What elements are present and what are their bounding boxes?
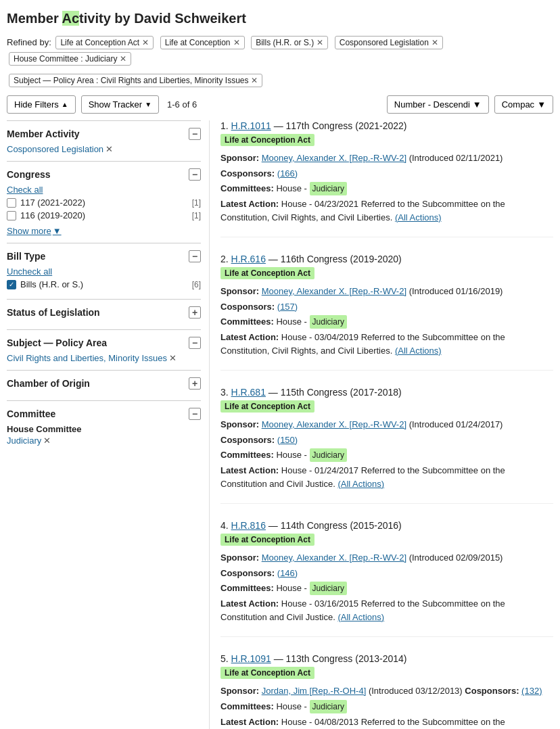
bill-1-link[interactable]: H.R.1011 <box>231 120 271 131</box>
congress-117-checkbox[interactable] <box>7 198 16 208</box>
bill-2-link[interactable]: H.R.616 <box>231 254 266 264</box>
bill-5-sponsor-link[interactable]: Jordan, Jim [Rep.-R-OH-4] <box>262 686 367 696</box>
bill-5-title: 5. H.R.1091 — 113th Congress (2013-2014) <box>220 653 553 664</box>
bill-2-all-actions[interactable]: (All Actions) <box>395 346 442 356</box>
sort-arrow-icon: ▼ <box>473 99 482 110</box>
refined-by-label: Refined by: <box>7 37 51 47</box>
filter-tag-6[interactable]: Subject — Policy Area : Civil Rights and… <box>9 74 262 87</box>
member-activity-items: Cosponsored Legislation ✕ <box>7 144 201 154</box>
bill-1-all-actions[interactable]: (All Actions) <box>395 212 442 222</box>
bill-3-all-actions[interactable]: (All Actions) <box>337 479 384 489</box>
bill-item-3: 3. H.R.681 — 115th Congress (2017-2018) … <box>220 387 553 504</box>
bill-1-badge: Life at Conception Act <box>220 134 314 146</box>
filter-tag-4[interactable]: Cosponsored Legislation ✕ <box>335 36 443 49</box>
remove-tag-1[interactable]: ✕ <box>142 38 149 47</box>
sidebar-chamber-header: Chamber of Origin + <box>7 377 201 390</box>
bill-1-cosponsors: Cosponsors: (166) <box>220 167 553 181</box>
subject-tag: Civil Rights and Liberties, Minority Iss… <box>7 353 177 363</box>
filter-tag-2[interactable]: Life at Conception ✕ <box>160 36 245 49</box>
member-activity-tag: Cosponsored Legislation ✕ <box>7 144 113 154</box>
sidebar-subject-header: Subject — Policy Area − <box>7 337 201 349</box>
bill-3-cosponsors-link[interactable]: (150) <box>277 435 298 445</box>
show-tracker-arrow: ▼ <box>145 101 151 108</box>
hide-filters-button[interactable]: Hide Filters ▲ <box>7 95 76 114</box>
sidebar: Member Activity − Cosponsored Legislatio… <box>7 120 210 729</box>
bill-3-sponsor-link[interactable]: Mooney, Alexander X. [Rep.-R-WV-2] <box>262 419 406 429</box>
bill-2-cosponsors-link[interactable]: (157) <box>277 302 298 312</box>
bill-1-cosponsors-link[interactable]: (166) <box>277 168 298 179</box>
bill-3-badge: Life at Conception Act <box>220 400 314 413</box>
sidebar-section-status: Status of Legislation + <box>7 299 201 329</box>
bill-2-committees: Committees: House - Judiciary <box>220 315 553 329</box>
bill-1-committees: Committees: House - Judiciary <box>220 182 553 195</box>
bill-3-committee-badge: Judiciary <box>310 448 347 462</box>
congress-show-more[interactable]: Show more ▼ <box>7 226 62 236</box>
bill-3-latest: Latest Action: House - 01/24/2017 Referr… <box>220 464 553 490</box>
filter-tag-1[interactable]: Life at Conception Act ✕ <box>55 36 154 49</box>
committee-item: Judiciary ✕ <box>7 436 201 446</box>
bill-4-link[interactable]: H.R.816 <box>231 520 266 531</box>
filter-tag-5[interactable]: House Committee : Judiciary ✕ <box>9 52 131 66</box>
subject-collapse-icon[interactable]: − <box>189 337 201 349</box>
bill-4-all-actions[interactable]: (All Actions) <box>337 612 384 622</box>
bill-3-title: 3. H.R.681 — 115th Congress (2017-2018) <box>220 387 553 398</box>
remove-tag-6[interactable]: ✕ <box>251 76 258 85</box>
bill-type-uncheck-all[interactable]: Uncheck all <box>7 266 52 277</box>
main-content: 1. H.R.1011 — 117th Congress (2021-2022)… <box>210 120 553 729</box>
bill-4-cosponsors: Cosponsors: (146) <box>220 567 553 580</box>
bill-1-committee-badge: Judiciary <box>310 182 347 195</box>
member-activity-collapse-icon[interactable]: − <box>189 128 201 140</box>
sidebar-section-bill-type: Bill Type − Uncheck all Bills (H.R. or S… <box>7 243 201 299</box>
bill-4-committees: Committees: House - Judiciary <box>220 582 553 595</box>
bill-1-sponsor-link[interactable]: Mooney, Alexander X. [Rep.-R-WV-2] <box>262 153 406 163</box>
remove-tag-5[interactable]: ✕ <box>120 54 126 64</box>
subject-remove[interactable]: ✕ <box>169 353 177 363</box>
congress-collapse-icon[interactable]: − <box>189 168 201 181</box>
show-tracker-button[interactable]: Show Tracker ▼ <box>81 95 159 114</box>
bill-1-sponsor: Sponsor: Mooney, Alexander X. [Rep.-R-WV… <box>220 151 553 165</box>
bill-1-latest: Latest Action: House - 04/23/2021 Referr… <box>220 197 553 224</box>
bill-4-latest: Latest Action: House - 03/16/2015 Referr… <box>220 597 553 624</box>
bill-3-link[interactable]: H.R.681 <box>231 387 266 398</box>
bill-2-committee-badge: Judiciary <box>310 315 347 329</box>
member-activity-remove[interactable]: ✕ <box>106 144 113 154</box>
bill-3-cosponsors: Cosponsors: (150) <box>220 433 553 447</box>
sidebar-section-congress: Congress − Check all 117 (2021-2022) [1] <box>7 161 201 243</box>
compact-arrow-icon: ▼ <box>537 99 546 110</box>
committee-remove[interactable]: ✕ <box>43 436 51 446</box>
status-expand-icon[interactable]: + <box>189 306 201 319</box>
bill-type-collapse-icon[interactable]: − <box>189 250 201 262</box>
bill-2-sponsor: Sponsor: Mooney, Alexander X. [Rep.-R-WV… <box>220 285 553 298</box>
hide-filters-arrow: ▲ <box>62 101 68 108</box>
committee-judiciary-tag: Judiciary ✕ <box>7 436 51 446</box>
congress-check-all[interactable]: Check all <box>7 185 43 195</box>
chamber-expand-icon[interactable]: + <box>189 377 201 390</box>
sidebar-section-committee: Committee − House Committee Judiciary ✕ <box>7 400 201 452</box>
filter-tag-3[interactable]: Bills (H.R. or S.) ✕ <box>251 36 328 49</box>
committee-collapse-icon[interactable]: − <box>189 408 201 420</box>
remove-tag-3[interactable]: ✕ <box>317 38 323 47</box>
congress-116-checkbox[interactable] <box>7 211 16 220</box>
congress-item-116: 116 (2019-2020) [1] <box>7 210 201 220</box>
bill-4-sponsor-link[interactable]: Mooney, Alexander X. [Rep.-R-WV-2] <box>262 552 406 563</box>
page-title: Member Activity by David Schweikert <box>7 11 553 26</box>
sidebar-member-activity-header: Member Activity − <box>7 128 201 140</box>
sidebar-section-member-activity: Member Activity − Cosponsored Legislatio… <box>7 120 201 161</box>
sidebar-bill-type-header: Bill Type − <box>7 250 201 262</box>
main-layout: Member Activity − Cosponsored Legislatio… <box>7 120 553 729</box>
bill-4-cosponsors-link[interactable]: (146) <box>277 568 298 578</box>
bill-type-hr-checkbox[interactable] <box>7 280 16 289</box>
bill-2-badge: Life at Conception Act <box>220 267 314 279</box>
compact-button[interactable]: Compac ▼ <box>494 95 553 114</box>
remove-tag-2[interactable]: ✕ <box>233 38 240 47</box>
filter-tag-6-row: Subject — Policy Area : Civil Rights and… <box>7 72 553 89</box>
bill-item-2: 2. H.R.616 — 116th Congress (2019-2020) … <box>220 254 553 371</box>
sort-button[interactable]: Number - Descendi ▼ <box>387 95 489 114</box>
bill-2-cosponsors: Cosponsors: (157) <box>220 300 553 314</box>
congress-item-117: 117 (2021-2022) [1] <box>7 197 201 208</box>
bill-5-link[interactable]: H.R.1091 <box>231 653 271 664</box>
bill-5-committees: Committees: House - Judiciary <box>220 700 553 713</box>
bill-2-sponsor-link[interactable]: Mooney, Alexander X. [Rep.-R-WV-2] <box>262 286 406 296</box>
remove-tag-4[interactable]: ✕ <box>431 38 438 47</box>
bill-5-cosponsors-link[interactable]: (132) <box>521 686 542 696</box>
